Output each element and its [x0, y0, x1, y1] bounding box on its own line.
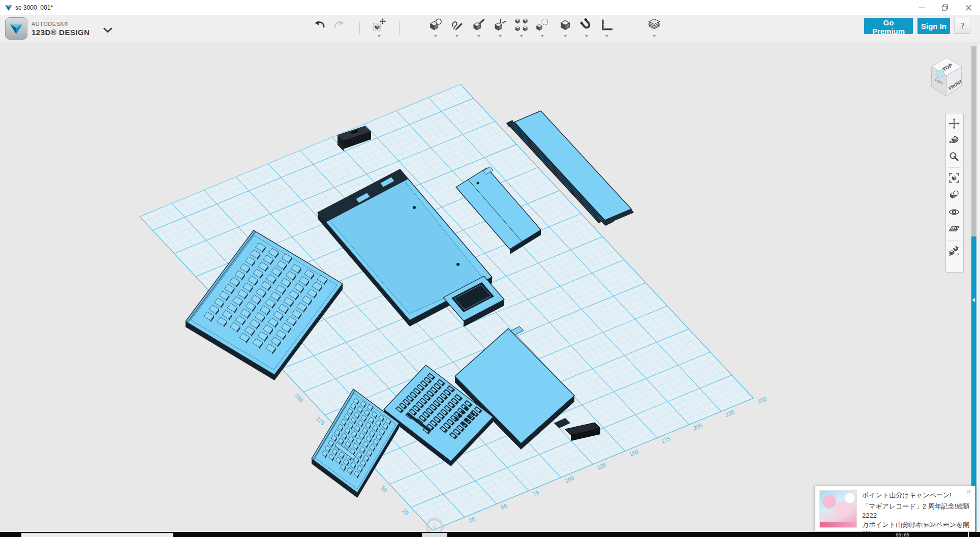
shading-mode-tool[interactable] — [948, 189, 961, 201]
main-toolbar: AUTODESK® 123D® DESIGN — [0, 15, 980, 42]
grouping-tool[interactable] — [535, 18, 550, 33]
bottom-bar-segment — [422, 533, 447, 537]
redo-button[interactable] — [332, 18, 347, 33]
zoom-tool[interactable] — [948, 151, 961, 163]
dropdown-caret-icon — [477, 35, 480, 37]
dropdown-caret-icon — [520, 35, 523, 37]
svg-text:250: 250 — [756, 396, 768, 405]
bottom-bar-tick — [968, 532, 969, 537]
svg-text:225: 225 — [724, 409, 736, 418]
material-tool[interactable] — [647, 18, 662, 33]
nav-separator — [948, 240, 961, 241]
titlebar: sc-3000_001* — [0, 0, 980, 16]
svg-text:125: 125 — [596, 462, 607, 471]
brand-product: 123D® DESIGN — [32, 28, 90, 36]
brand-text: AUTODESK® 123D® DESIGN — [32, 21, 90, 36]
dropdown-caret-icon — [564, 35, 567, 37]
window-title: sc-3000_001* — [15, 4, 53, 11]
ad-thumb-banner — [820, 522, 856, 527]
svg-text:25: 25 — [468, 516, 476, 524]
help-button[interactable]: ? — [955, 18, 970, 34]
construct-tool[interactable] — [472, 18, 487, 33]
dropdown-caret-icon — [455, 35, 458, 37]
dropdown-caret-icon — [378, 35, 381, 37]
toolbar-separator — [359, 21, 360, 35]
right-gutter — [977, 45, 980, 532]
nav-separator — [948, 167, 961, 168]
svg-text:125: 125 — [315, 415, 326, 427]
svg-text:25: 25 — [402, 508, 410, 516]
orbit-tool[interactable] — [948, 134, 961, 146]
sketch-tool[interactable] — [450, 18, 465, 33]
snap-tool[interactable] — [579, 18, 595, 33]
fit-view-tool[interactable] — [948, 172, 961, 185]
ad-body-line1: 「マギアレコード」2 周年記念!総額2222 — [862, 502, 969, 519]
123d-logo-icon — [5, 17, 27, 40]
svg-text:150: 150 — [294, 392, 304, 403]
toolbar-separator — [399, 21, 400, 35]
toolbar-separator — [633, 21, 633, 35]
chevron-down-icon[interactable] — [103, 27, 112, 33]
view-cube[interactable]: TOP FRONT LEFT — [925, 51, 971, 101]
transform-tool[interactable] — [372, 18, 387, 33]
navigation-toolbar — [945, 113, 964, 273]
visibility-tool[interactable] — [948, 206, 961, 219]
svg-text:200: 200 — [692, 422, 703, 431]
svg-text:50: 50 — [500, 502, 508, 511]
time-fragment: 00:00 — [896, 533, 909, 537]
snap-toggle-tool[interactable] — [948, 245, 961, 257]
bottom-bar: 00:00 — [0, 532, 980, 537]
app-menu[interactable]: AUTODESK® 123D® DESIGN — [5, 17, 112, 40]
dropdown-caret-icon — [499, 35, 502, 37]
grid-visibility-tool[interactable] — [948, 223, 961, 235]
bottom-bar-segment — [21, 533, 173, 537]
collapse-arrow-icon[interactable] — [972, 298, 975, 302]
svg-text:75: 75 — [532, 489, 540, 497]
ad-title: ポイント山分けキャンペーン! — [862, 491, 952, 500]
svg-text:50: 50 — [380, 485, 388, 493]
dropdown-caret-icon — [585, 35, 588, 37]
modify-tool[interactable] — [493, 18, 508, 33]
ad-source: DMM GAME PLAYER — [903, 522, 970, 529]
pattern-tool[interactable] — [514, 18, 530, 33]
ad-thumbnail[interactable] — [819, 490, 857, 528]
app-window: sc-3000_001* AUTODESK® — [0, 0, 980, 537]
dropdown-caret-icon — [541, 35, 544, 37]
dropdown-caret-icon — [605, 35, 608, 37]
ad-close-icon[interactable]: × — [966, 487, 971, 496]
dropdown-caret-icon — [434, 35, 437, 37]
undo-button[interactable] — [313, 18, 328, 33]
svg-text:100: 100 — [564, 475, 575, 484]
minimize-button[interactable] — [910, 0, 933, 15]
svg-text:150: 150 — [628, 449, 639, 458]
restore-button[interactable] — [933, 0, 957, 15]
pan-tool[interactable] — [948, 118, 961, 130]
sign-in-button[interactable]: Sign In — [917, 18, 950, 34]
right-edge-track[interactable] — [971, 46, 976, 236]
dropdown-caret-icon — [653, 35, 656, 37]
go-premium-button[interactable]: Go Premium — [864, 18, 913, 34]
scene-canvas[interactable]: 2550751001251501752002252502550751001251… — [0, 0, 980, 537]
close-button[interactable] — [957, 0, 980, 15]
brand-company: AUTODESK® — [32, 21, 90, 27]
combine-tool[interactable] — [558, 18, 573, 33]
app-logo-icon — [4, 3, 13, 12]
measure-tool[interactable] — [600, 18, 615, 33]
ad-popup[interactable]: ポイント山分けキャンペーン! 「マギアレコード」2 周年記念!総額2222 万ポ… — [815, 486, 975, 532]
primitives-tool[interactable] — [428, 18, 444, 33]
svg-text:175: 175 — [660, 435, 671, 444]
